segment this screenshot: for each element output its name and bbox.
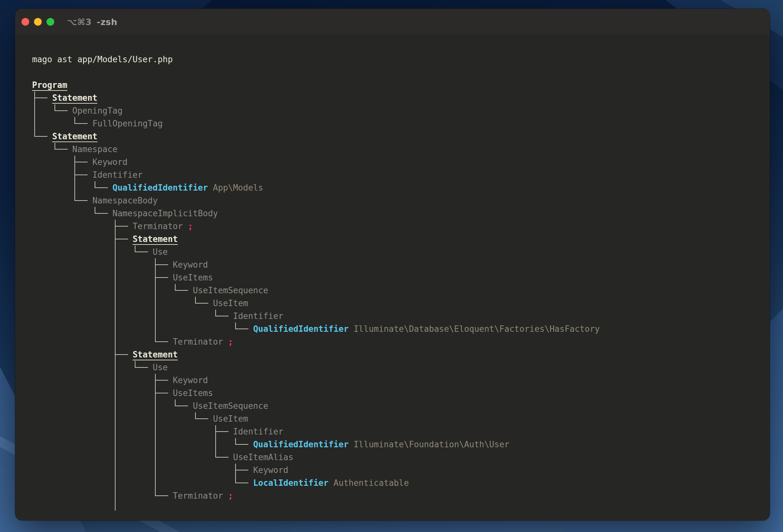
- tree-connector: [52, 335, 72, 348]
- tree-connector: [213, 464, 233, 476]
- tree-connector: [72, 348, 92, 361]
- ast-node-label: Identifier: [92, 170, 143, 180]
- tree-row: FullOpeningTag: [32, 117, 770, 130]
- tree-connector: [52, 284, 72, 297]
- tree-connector: [92, 335, 113, 348]
- tree-connector: [32, 143, 52, 156]
- tree-connector: [153, 438, 173, 451]
- tree-connector: [153, 335, 173, 348]
- tree-connector: [193, 412, 213, 425]
- tree-connector: [153, 310, 173, 322]
- tree-connector: [52, 297, 72, 310]
- tree-row: UseItemSequence: [32, 284, 770, 297]
- ast-node-label: OpeningTag: [72, 106, 123, 116]
- tree-connector: [113, 220, 133, 232]
- tree-connector: [72, 489, 92, 502]
- tree-connector: [113, 451, 133, 464]
- tree-connector: [52, 117, 72, 130]
- tree-connector: [153, 258, 173, 271]
- title-bar[interactable]: ⌥⌘3-zsh: [15, 9, 770, 35]
- tree-connector: [32, 489, 52, 502]
- tree-connector: [32, 438, 52, 451]
- tree-connector: [193, 451, 213, 464]
- ast-node-label: Statement: [132, 350, 178, 359]
- tree-connector: [173, 297, 193, 310]
- tree-connector: [72, 374, 92, 387]
- tree-connector: [72, 464, 92, 476]
- tree-connector: [193, 438, 213, 451]
- tree-connector: [92, 476, 113, 489]
- tree-connector: [132, 451, 153, 464]
- tree-connector: [72, 335, 92, 348]
- tree-connector: [132, 400, 153, 412]
- tree-connector: [72, 361, 92, 374]
- tree-connector: [132, 464, 153, 476]
- tree-connector: [52, 464, 72, 476]
- tree-connector: [113, 335, 133, 348]
- tree-connector: [32, 361, 52, 374]
- tree-connector: [113, 425, 133, 438]
- zoom-button[interactable]: [46, 18, 54, 26]
- tree-connector: [52, 476, 72, 489]
- window-title: ⌥⌘3-zsh: [67, 17, 118, 27]
- tree-row: Keyword: [32, 258, 770, 271]
- tree-connector: [32, 400, 52, 412]
- terminal-output[interactable]: mago ast app/Models/User.php ProgramStat…: [15, 35, 770, 510]
- tree-row: QualifiedIdentifierIlluminate\Database\E…: [32, 322, 770, 335]
- tree-connector: [52, 387, 72, 400]
- tree-connector: [113, 374, 133, 387]
- tree-connector: [52, 374, 72, 387]
- blank-line: [32, 66, 770, 79]
- tree-connector: [113, 322, 133, 335]
- tree-row: Namespace: [32, 143, 770, 156]
- tree-connector: [32, 297, 52, 310]
- tree-connector: [32, 464, 52, 476]
- tree-connector: [32, 322, 52, 335]
- ast-node-value: ;: [228, 337, 233, 347]
- tree-connector: [72, 156, 92, 168]
- ast-node-label: Terminator: [132, 221, 183, 231]
- tree-connector: [213, 322, 233, 335]
- tree-connector: [113, 489, 133, 502]
- tree-connector: [213, 476, 233, 489]
- tree-connector: [32, 451, 52, 464]
- ast-node-label: Terminator: [173, 491, 223, 501]
- tree-row: Identifier: [32, 168, 770, 181]
- tree-row: Terminator;: [32, 220, 770, 232]
- tree-connector: [92, 425, 113, 438]
- command-line: mago ast app/Models/User.php: [32, 53, 770, 66]
- ast-node-label: UseItem: [213, 414, 248, 424]
- tree-connector: [132, 476, 153, 489]
- tree-connector: [72, 194, 92, 207]
- tree-connector: [52, 143, 72, 156]
- tree-connector: [52, 220, 72, 232]
- tree-connector: [72, 502, 92, 510]
- tree-connector: [52, 400, 72, 412]
- tree-connector: [32, 220, 52, 232]
- tree-connector: [32, 156, 52, 168]
- tree-row: Statement: [32, 130, 770, 143]
- tree-connector: [92, 451, 113, 464]
- tree-connector: [52, 258, 72, 271]
- tree-row: UseItemAlias: [32, 451, 770, 464]
- ast-node-label: Keyword: [173, 260, 208, 270]
- close-button[interactable]: [22, 18, 29, 26]
- tree-connector: [153, 374, 173, 387]
- tree-connector: [52, 194, 72, 207]
- tree-connector: [72, 232, 92, 246]
- tree-connector: [32, 374, 52, 387]
- tree-connector: [233, 438, 253, 451]
- tree-row: Use: [32, 361, 770, 374]
- tree-connector: [92, 464, 113, 476]
- tree-connector: [132, 361, 153, 374]
- tree-connector: [32, 258, 52, 271]
- terminal-window: ⌥⌘3-zsh mago ast app/Models/User.php Pro…: [15, 9, 770, 521]
- tree-connector: [52, 348, 72, 361]
- tree-connector: [92, 271, 113, 284]
- tree-connector: [92, 232, 113, 246]
- tree-connector: [92, 489, 113, 502]
- minimize-button[interactable]: [34, 18, 42, 26]
- tree-connector: [72, 322, 92, 335]
- ast-node-label: UseItemSequence: [193, 286, 268, 295]
- tree-row: Keyword: [32, 464, 770, 476]
